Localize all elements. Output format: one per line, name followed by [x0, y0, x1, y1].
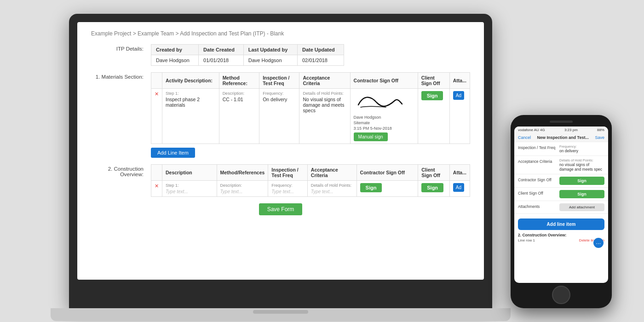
materials-client-cell: Sign [418, 89, 449, 144]
signature-area: Dave Hodgson Sitemate 3:15 PM 5-Nov-2018… [354, 91, 414, 141]
phone-home-button[interactable] [552, 286, 570, 304]
phone-speaker [550, 121, 573, 123]
construction-attach-button[interactable]: Ad [453, 183, 464, 192]
construction-col-attach: Atta... [449, 165, 470, 181]
materials-col-freq: Inspection / Test Freq [259, 73, 299, 89]
construction-col-method: Method/References [217, 165, 268, 181]
materials-freq-label: Frequency: [263, 91, 296, 96]
phone-body: Inspection / Test Freq Frequency: on del… [514, 142, 608, 276]
construction-accept-label: Details of Hold Points: [311, 183, 353, 188]
phone-row-attachments: Attachments Add attachment [514, 201, 608, 214]
phone-contractor-sign-button[interactable]: Sign [559, 177, 604, 185]
materials-col-client: Client Sign Off [418, 73, 449, 89]
materials-attach-button[interactable]: Ad [453, 91, 464, 100]
itp-details-section: ITP Details: Created by Date Created Las… [91, 44, 470, 66]
materials-method-cell: Description: CC - 1.01 [219, 89, 259, 144]
construction-col-delete [151, 165, 162, 181]
phone-freq-value: Frequency: on delivery [559, 144, 604, 153]
materials-freq-cell: Frequency: On delivery [259, 89, 299, 144]
phone-status-bar: vodafone AU 4G 3:23 pm 88% [514, 126, 608, 133]
materials-activity-cell: Step 1: Inspect phase 2 materials [162, 89, 219, 144]
itp-col-date-updated: Date Updated [297, 45, 344, 55]
phone-nav-title: New Inspection and Test... [537, 135, 589, 140]
signature-image [354, 91, 414, 114]
phone-row-client: Client Sign Off Sign [514, 188, 608, 201]
construction-freq-cell: Frequency: Type text... [268, 181, 307, 197]
delete-materials-row[interactable]: ✕ [151, 89, 162, 144]
client-sign-button[interactable]: Sign [421, 91, 443, 100]
materials-col-accept: Acceptance Criteria [299, 73, 350, 89]
construction-activity-placeholder[interactable]: Type text... [166, 189, 188, 194]
construction-attach-cell: Ad [449, 181, 470, 197]
sig-name: Dave Hodgson [354, 115, 414, 120]
materials-col-method: Method Reference: [219, 73, 259, 89]
construction-table: Description Method/References Inspection… [151, 164, 470, 197]
itp-col-last-updated: Last Updated by [243, 45, 297, 55]
save-form-button[interactable]: Save Form [259, 203, 303, 215]
construction-client-sign-button[interactable]: Sign [421, 183, 443, 192]
construction-col-freq: Inspection / Test Freq [268, 165, 307, 181]
phone-add-line-section: Add line item 2. Construction Overview: … [514, 214, 608, 244]
phone-client-sign-button[interactable]: Sign [559, 190, 604, 198]
materials-accept-value: No visual signs of damage and meets spec… [303, 97, 346, 113]
construction-freq-label: Frequency: [271, 183, 304, 188]
phone-fab-button[interactable]: ··· [593, 238, 604, 248]
breadcrumb: Example Project > Example Team > Add Ins… [91, 30, 470, 37]
delete-construction-row[interactable]: ✕ [151, 181, 162, 197]
construction-col-client: Client Sign Off [418, 165, 450, 181]
phone-battery: 88% [597, 128, 604, 132]
construction-accept-placeholder[interactable]: Type text... [311, 189, 334, 194]
itp-label: ITP Details: [91, 44, 151, 52]
laptop-screen: Example Project > Example Team > Add Ins… [77, 22, 484, 280]
phone-bottom-row: Line row 1 [518, 238, 535, 242]
construction-col-accept: Acceptance Criteria [307, 165, 356, 181]
phone-row-freq: Inspection / Test Freq Frequency: on del… [514, 142, 608, 156]
construction-method-cell: Description: Type text... [217, 181, 268, 197]
materials-accept-label: Details of Hold Points: [303, 91, 346, 96]
phone-contractor-sign: Sign [559, 177, 604, 185]
itp-row: Dave Hodgson 01/01/2018 Dave Hodgson 02/… [151, 55, 344, 66]
phone-screen: vodafone AU 4G 3:23 pm 88% Cancel New In… [514, 126, 608, 283]
phone-attachments-value: Add attachment [559, 203, 604, 211]
materials-col-attach: Atta... [449, 73, 470, 89]
construction-method-placeholder[interactable]: Type text... [220, 189, 243, 194]
signature-svg [354, 91, 404, 112]
materials-freq-value: On delivery [263, 97, 296, 102]
materials-contractor-cell: Dave Hodgson Sitemate 3:15 PM 5-Nov-2018… [350, 89, 418, 144]
materials-activity-value: Inspect phase 2 materials [166, 97, 216, 108]
phone-add-line-button[interactable]: Add line item [518, 218, 604, 230]
construction-method-label: Description: [220, 183, 265, 188]
sig-date: 3:15 PM 5-Nov-2018 [354, 126, 414, 131]
phone-contractor-label: Contractor Sign Off [518, 177, 559, 182]
construction-label: 2. Construction Overview: [91, 164, 151, 177]
laptop-base [51, 308, 511, 321]
materials-label: 1. Materials Section: [91, 72, 151, 80]
phone-add-attachment-button[interactable]: Add attachment [559, 203, 604, 211]
materials-col-activity: Activity Description: [162, 73, 219, 89]
phone-save-button[interactable]: Save [595, 135, 604, 140]
phone-client-label: Client Sign Off [518, 190, 559, 196]
phone-time: 3:23 pm [564, 128, 578, 132]
construction-contractor-sign-button[interactable]: Sign [360, 183, 382, 192]
phone-row-accept: Acceptance Criteria Details of Hold Poin… [514, 156, 608, 174]
construction-client-cell: Sign [418, 181, 450, 197]
materials-step-label: Step 1: [166, 91, 216, 96]
itp-date-created-value: 01/01/2018 [199, 55, 244, 66]
construction-section: 2. Construction Overview: Description Me… [91, 164, 470, 197]
materials-add-line-button[interactable]: Add Line Item [151, 148, 195, 158]
phone-attachments-label: Attachments [518, 203, 559, 209]
phone-row-contractor: Contractor Sign Off Sign [514, 174, 608, 188]
materials-row-1: ✕ Step 1: Inspect phase 2 materials Desc… [151, 89, 470, 144]
phone-bottom-section: 2. Construction Overview: [518, 233, 604, 237]
materials-method-label: Description: [223, 91, 256, 96]
phone-cancel-button[interactable]: Cancel [518, 135, 531, 140]
materials-table: Activity Description: Method Reference: … [151, 72, 470, 144]
phone-device: vodafone AU 4G 3:23 pm 88% Cancel New In… [511, 115, 612, 308]
phone-freq-label: Inspection / Test Freq [518, 144, 559, 150]
phone-accept-value: Details of Hold Points: no visual signs … [559, 158, 604, 172]
materials-col-delete [151, 73, 162, 89]
construction-freq-placeholder[interactable]: Type text... [271, 189, 294, 194]
materials-col-contractor: Contractor Sign Off [350, 73, 418, 89]
materials-section: 1. Materials Section: Activity Descripti… [91, 72, 470, 158]
manual-sign-button[interactable]: Manual sign [354, 132, 388, 141]
